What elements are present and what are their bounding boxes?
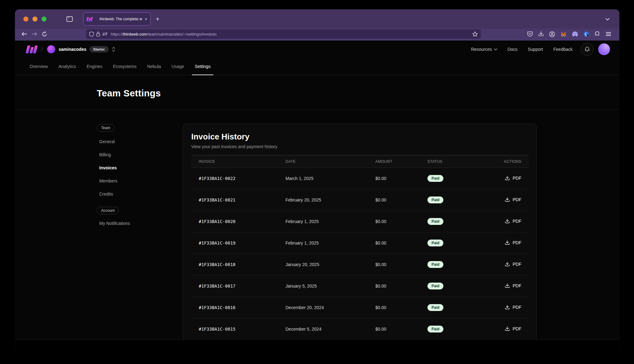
window-controls [23, 17, 46, 22]
tab-ecosystems[interactable]: Ecosystems [108, 58, 142, 75]
blue-extension-icon[interactable] [583, 31, 589, 37]
back-icon[interactable] [19, 29, 29, 39]
table-row: #1F33BA1C-0017 January 5, 2025 $0.00 Pai… [191, 275, 529, 297]
table-row: #1F33BA1C-0016 December 20, 2024 $0.00 P… [191, 297, 529, 318]
card-subtitle: View your past invoices and payment hist… [191, 144, 528, 149]
download-pdf-button[interactable]: PDF [505, 240, 521, 245]
pdf-label: PDF [513, 219, 521, 224]
https-lock-icon[interactable] [96, 32, 100, 36]
downloads-icon[interactable] [538, 31, 544, 37]
browser-tab[interactable]: thirdweb: The complete web3 d × [83, 12, 151, 26]
team-name[interactable]: saminacodes [59, 47, 86, 52]
pdf-label: PDF [513, 283, 521, 288]
tab-settings[interactable]: Settings [189, 58, 216, 75]
table-row: #1F33BA1C-0019 February 1, 2025 $0.00 Pa… [191, 232, 529, 254]
download-pdf-button[interactable]: PDF [505, 283, 521, 288]
reload-icon[interactable] [39, 29, 49, 39]
team-avatar[interactable] [47, 45, 55, 53]
download-pdf-button[interactable]: PDF [505, 219, 521, 224]
status-badge: Paid [427, 218, 443, 225]
thirdweb-logo[interactable] [27, 46, 37, 53]
invoice-number: #1F33BA1C-0018 [191, 254, 278, 275]
user-avatar[interactable] [598, 43, 610, 55]
chevron-down-icon [494, 48, 497, 51]
resources-menu[interactable]: Resources [471, 47, 497, 52]
tab-nebula[interactable]: Nebula [142, 58, 166, 75]
col-status: Status [420, 155, 493, 168]
url-bar[interactable]: https://thirdweb.com/team/saminacodes/~/… [86, 29, 481, 39]
pdf-label: PDF [513, 262, 521, 267]
sidebar-item-my-notifications[interactable]: My Notifications [99, 220, 175, 227]
list-all-tabs-icon[interactable] [602, 14, 612, 24]
download-pdf-button[interactable]: PDF [505, 197, 521, 202]
tab-engines[interactable]: Engines [81, 58, 108, 75]
menu-hamburger-icon[interactable] [606, 32, 611, 36]
settings-content: Team General Billing Invoices Members Cr… [15, 110, 619, 340]
download-pdf-button[interactable]: PDF [505, 176, 521, 181]
account-icon[interactable] [549, 31, 555, 37]
url-path: /team/saminacodes/~/settings/invoices [147, 32, 217, 36]
metamask-extension-icon[interactable] [560, 31, 567, 37]
sidebar-item-general[interactable]: General [99, 138, 175, 145]
notifications-bell-button[interactable] [581, 43, 594, 56]
sidebar-toggle-icon[interactable] [65, 14, 75, 24]
tracking-protection-shield-icon[interactable] [89, 32, 94, 37]
desktop-background: thirdweb: The complete web3 d × + [0, 0, 634, 364]
site-nav-tabs: Overview Analytics Engines Ecosystems Ne… [15, 58, 619, 75]
invoice-amount: $0.00 [368, 275, 420, 297]
status-badge: Paid [427, 304, 443, 311]
download-pdf-button[interactable]: PDF [505, 326, 521, 331]
download-pdf-button[interactable]: PDF [505, 262, 521, 267]
sidebar-group-account: Account [97, 207, 119, 214]
download-icon [505, 197, 510, 202]
table-row: #1F33BA1C-0022 March 1, 2025 $0.00 Paid … [191, 168, 529, 189]
invoice-number: #1F33BA1C-0017 [191, 275, 278, 297]
new-tab-button[interactable]: + [156, 15, 159, 23]
sidebar-team-list: General Billing Invoices Members Credits [99, 138, 175, 198]
pdf-label: PDF [513, 197, 521, 202]
invoice-number: #1F33BA1C-0016 [191, 297, 278, 318]
invoice-amount: $0.00 [368, 232, 420, 254]
invoice-date: February 20, 2025 [278, 189, 368, 211]
invoice-amount: $0.00 [368, 254, 420, 275]
url-domain: thirdweb.com [123, 32, 147, 36]
webpage-viewport: / saminacodes Starter Resources Docs Sup… [15, 41, 619, 340]
sidebar-gap [97, 203, 175, 207]
feedback-link[interactable]: Feedback [554, 47, 573, 52]
minimize-window-button[interactable] [32, 17, 37, 22]
tab-close-icon[interactable]: × [145, 17, 147, 21]
tab-usage[interactable]: Usage [166, 58, 189, 75]
tab-overview[interactable]: Overview [24, 58, 53, 75]
invoice-date: January 5, 2025 [278, 275, 368, 297]
zoom-window-button[interactable] [41, 17, 46, 22]
forward-icon[interactable] [29, 29, 39, 39]
support-link[interactable]: Support [528, 47, 543, 52]
table-row: #1F33BA1C-0015 December 5, 2024 $0.00 Pa… [191, 318, 529, 340]
browser-toolbar: https://thirdweb.com/team/saminacodes/~/… [15, 29, 619, 41]
close-window-button[interactable] [23, 17, 28, 22]
sidebar-item-billing[interactable]: Billing [99, 151, 175, 158]
docs-link[interactable]: Docs [508, 47, 518, 52]
extensions-puzzle-icon[interactable] [595, 31, 600, 37]
site-permissions-icon[interactable] [102, 32, 107, 36]
sidebar-item-credits[interactable]: Credits [99, 190, 175, 198]
bookmark-star-icon[interactable] [472, 32, 478, 36]
status-badge: Paid [427, 240, 443, 246]
page-title: Team Settings [97, 88, 619, 99]
tab-analytics[interactable]: Analytics [53, 58, 81, 75]
sidebar-item-members[interactable]: Members [99, 177, 175, 185]
tab-title: thirdweb: The complete web3 d [100, 17, 142, 21]
thirdweb-favicon [87, 17, 92, 21]
phantom-extension-icon[interactable] [572, 31, 578, 37]
invoice-date: February 1, 2025 [278, 232, 368, 254]
col-date: Date [278, 155, 368, 168]
sidebar-item-invoices[interactable]: Invoices [99, 164, 175, 172]
table-row: #1F33BA1C-0018 January 20, 2025 $0.00 Pa… [191, 254, 529, 275]
invoice-number: #1F33BA1C-0020 [191, 211, 278, 232]
pdf-label: PDF [513, 176, 521, 181]
toolbar-extensions [527, 31, 613, 37]
team-switcher-icon[interactable] [112, 47, 115, 52]
pocket-icon[interactable] [527, 31, 533, 37]
download-pdf-button[interactable]: PDF [505, 305, 521, 310]
status-badge: Paid [427, 326, 443, 332]
